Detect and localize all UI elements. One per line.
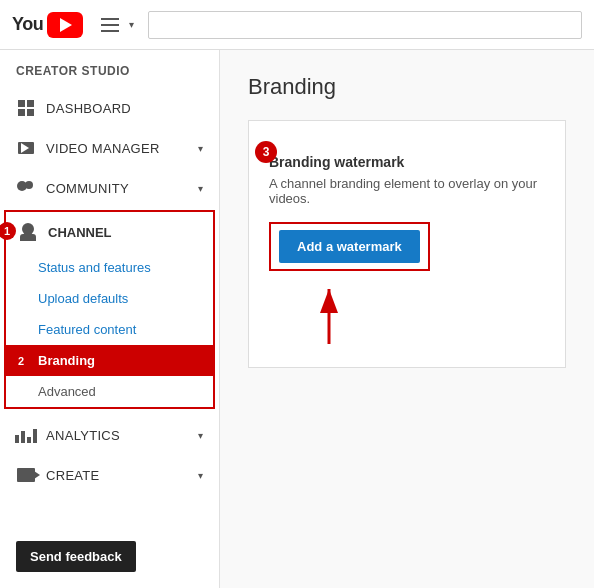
channel-sub-items: Status and features Upload defaults Feat… xyxy=(6,252,213,407)
sidebar-analytics-label: ANALYTICS xyxy=(46,428,188,443)
community-icon xyxy=(16,178,36,198)
content-area: Branding 3 Branding watermark A channel … xyxy=(220,50,594,588)
yt-play-icon xyxy=(60,18,72,32)
sidebar-item-analytics[interactable]: ANALYTICS ▾ xyxy=(0,415,219,455)
create-icon xyxy=(16,465,36,485)
featured-content-link[interactable]: Featured content xyxy=(38,322,136,337)
sidebar-item-channel[interactable]: CHANNEL xyxy=(6,212,213,252)
section-desc: A channel branding element to overlay on… xyxy=(269,176,545,206)
send-feedback-button[interactable]: Send feedback xyxy=(16,541,136,572)
sub-item-advanced[interactable]: Advanced xyxy=(6,376,213,407)
sub-item-featured[interactable]: Featured content xyxy=(6,314,213,345)
sidebar-community-label: COMMUNITY xyxy=(46,181,188,196)
sidebar-create-label: CREATE xyxy=(46,468,188,483)
badge-3: 3 xyxy=(255,141,277,163)
dashboard-icon xyxy=(16,98,36,118)
header-dropdown-arrow[interactable]: ▾ xyxy=(129,19,134,30)
sub-item-upload[interactable]: Upload defaults xyxy=(6,283,213,314)
channel-section-wrapper: 1 CHANNEL Status and features xyxy=(4,210,215,409)
upload-defaults-link[interactable]: Upload defaults xyxy=(38,291,128,306)
hamburger-icon[interactable] xyxy=(101,18,119,32)
main-layout: CREATOR STUDIO DASHBOARD VIDEO MANAGER ▾… xyxy=(0,50,594,588)
video-manager-icon xyxy=(16,138,36,158)
sidebar-item-dashboard[interactable]: DASHBOARD xyxy=(0,88,219,128)
sidebar-dashboard-label: DASHBOARD xyxy=(46,101,203,116)
search-input[interactable] xyxy=(148,11,582,39)
youtube-logo[interactable]: You xyxy=(12,12,83,38)
sidebar-item-community[interactable]: COMMUNITY ▾ xyxy=(0,168,219,208)
sidebar-channel-label: CHANNEL xyxy=(48,225,201,240)
section-title: Branding watermark xyxy=(269,154,545,170)
page-title: Branding xyxy=(248,74,566,100)
channel-section: CHANNEL Status and features Upload defau… xyxy=(4,210,215,409)
yt-tube-icon xyxy=(47,12,83,38)
arrow-svg xyxy=(289,279,369,349)
status-features-link[interactable]: Status and features xyxy=(38,260,151,275)
analytics-chevron: ▾ xyxy=(198,430,203,441)
arrow-annotation xyxy=(289,279,545,349)
community-chevron: ▾ xyxy=(198,183,203,194)
sub-item-status[interactable]: Status and features xyxy=(6,252,213,283)
header: You ▾ xyxy=(0,0,594,50)
sidebar-video-manager-label: VIDEO MANAGER xyxy=(46,141,188,156)
button-highlight-box: Add a watermark xyxy=(269,222,430,271)
branding-section: 3 Branding watermark A channel branding … xyxy=(248,120,566,368)
video-manager-chevron: ▾ xyxy=(198,143,203,154)
branding-label: Branding xyxy=(38,353,95,368)
add-watermark-button[interactable]: Add a watermark xyxy=(279,230,420,263)
yt-you-text: You xyxy=(12,14,43,35)
sidebar-item-video-manager[interactable]: VIDEO MANAGER ▾ xyxy=(0,128,219,168)
sidebar-item-create[interactable]: CREATE ▾ xyxy=(0,455,219,495)
sidebar: CREATOR STUDIO DASHBOARD VIDEO MANAGER ▾… xyxy=(0,50,220,588)
badge-2: 2 xyxy=(12,352,30,370)
create-chevron: ▾ xyxy=(198,470,203,481)
channel-icon xyxy=(18,222,38,242)
sidebar-title: CREATOR STUDIO xyxy=(0,50,219,88)
analytics-icon xyxy=(16,425,36,445)
sub-item-branding[interactable]: 2 Branding xyxy=(6,345,213,376)
